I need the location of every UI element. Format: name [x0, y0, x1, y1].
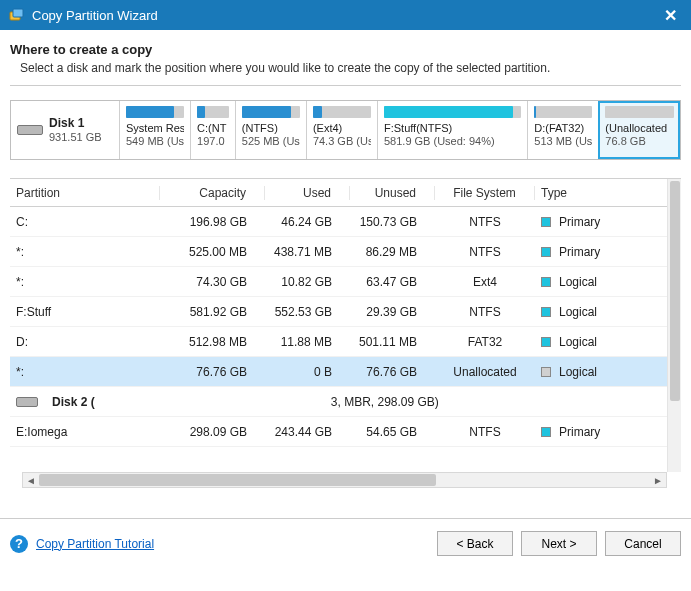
disk-name: Disk 1 — [49, 116, 102, 130]
cell-type: Primary — [535, 245, 655, 259]
cell-used: 10.82 GB — [265, 275, 350, 289]
cell-capacity: 76.76 GB — [160, 365, 265, 379]
disk-segment[interactable]: System Rese 549 MB (Use — [119, 101, 190, 159]
window-title: Copy Partition Wizard — [32, 8, 658, 23]
segment-sub: 525 MB (Use — [242, 135, 300, 147]
table-row[interactable]: *: 74.30 GB 10.82 GB 63.47 GB Ext4 Logic… — [10, 267, 667, 297]
footer: ? Copy Partition Tutorial < Back Next > … — [0, 518, 691, 566]
help-link[interactable]: Copy Partition Tutorial — [36, 537, 154, 551]
grid-header[interactable]: Partition Capacity Used Unused File Syst… — [10, 179, 667, 207]
cell-capacity: 525.00 MB — [160, 245, 265, 259]
cell-partition: F:Stuff — [10, 305, 160, 319]
disk-info[interactable]: Disk 1 931.51 GB — [11, 101, 119, 159]
col-type[interactable]: Type — [535, 186, 655, 200]
disk2-row[interactable]: Disk 2 ( 3, MBR, 298.09 GB) — [10, 387, 667, 417]
close-icon[interactable]: ✕ — [658, 6, 683, 25]
segment-label: D:(FAT32) — [534, 122, 592, 135]
table-row[interactable]: *: 76.76 GB 0 B 76.76 GB Unallocated Log… — [10, 357, 667, 387]
horizontal-scrollbar[interactable]: ◄ ► — [22, 472, 667, 488]
segment-sub: 549 MB (Use — [126, 135, 184, 147]
next-button[interactable]: Next > — [521, 531, 597, 556]
cell-capacity: 74.30 GB — [160, 275, 265, 289]
cancel-button[interactable]: Cancel — [605, 531, 681, 556]
cell-unused: 76.76 GB — [350, 365, 435, 379]
scroll-thumb[interactable] — [39, 474, 436, 486]
cell-capacity: 196.98 GB — [160, 215, 265, 229]
scroll-right-icon[interactable]: ► — [650, 475, 666, 486]
cell-used: 552.53 GB — [265, 305, 350, 319]
partition-grid: Partition Capacity Used Unused File Syst… — [10, 178, 681, 488]
cell-partition: *: — [10, 245, 160, 259]
cell-filesystem: Ext4 — [435, 275, 535, 289]
disk-segment[interactable]: (NTFS) 525 MB (Use — [235, 101, 306, 159]
cell-used: 11.88 MB — [265, 335, 350, 349]
cell-filesystem: FAT32 — [435, 335, 535, 349]
cell-used: 46.24 GB — [265, 215, 350, 229]
cell-unused: 501.11 MB — [350, 335, 435, 349]
cell-type: Primary — [535, 215, 655, 229]
disk-segment[interactable]: (Unallocated 76.8 GB — [598, 101, 680, 159]
disk-sub: 931.51 GB — [49, 130, 102, 144]
wizard-icon — [8, 6, 26, 24]
page-subheading: Select a disk and mark the position wher… — [10, 61, 681, 75]
cell-type: Logical — [535, 365, 655, 379]
segment-label: C:(NT — [197, 122, 229, 135]
col-unused[interactable]: Unused — [350, 186, 435, 200]
disk-icon — [17, 125, 43, 135]
cell-used: 0 B — [265, 365, 350, 379]
table-row[interactable]: D: 512.98 MB 11.88 MB 501.11 MB FAT32 Lo… — [10, 327, 667, 357]
scroll-left-icon[interactable]: ◄ — [23, 475, 39, 486]
segment-sub: 197.0 — [197, 135, 229, 147]
cell-filesystem: NTFS — [435, 425, 535, 439]
table-row[interactable]: *: 525.00 MB 438.71 MB 86.29 MB NTFS Pri… — [10, 237, 667, 267]
cell-filesystem: Unallocated — [435, 365, 535, 379]
cell-type: Logical — [535, 275, 655, 289]
disk-segment[interactable]: (Ext4) 74.3 GB (Use — [306, 101, 377, 159]
segment-label: F:Stuff(NTFS) — [384, 122, 521, 135]
cell-partition: D: — [10, 335, 160, 349]
disk2-name: Disk 2 ( — [52, 395, 95, 409]
cell-unused: 150.73 GB — [350, 215, 435, 229]
disk2-detail: 3, MBR, 298.09 GB) — [103, 395, 667, 409]
table-row[interactable]: E:Iomega 298.09 GB 243.44 GB 54.65 GB NT… — [10, 417, 667, 447]
segment-sub: 581.9 GB (Used: 94%) — [384, 135, 521, 147]
col-capacity[interactable]: Capacity — [160, 186, 265, 200]
segment-label: System Rese — [126, 122, 184, 135]
segment-sub: 513 MB (Use — [534, 135, 592, 147]
cell-filesystem: NTFS — [435, 245, 535, 259]
col-partition[interactable]: Partition — [10, 186, 160, 200]
cell-capacity: 512.98 MB — [160, 335, 265, 349]
cell-capacity: 581.92 GB — [160, 305, 265, 319]
divider — [10, 85, 681, 86]
col-filesystem[interactable]: File System — [435, 186, 535, 200]
disk-segment[interactable]: F:Stuff(NTFS) 581.9 GB (Used: 94%) — [377, 101, 527, 159]
titlebar: Copy Partition Wizard ✕ — [0, 0, 691, 30]
cell-used: 438.71 MB — [265, 245, 350, 259]
disk-segment[interactable]: C:(NT 197.0 — [190, 101, 235, 159]
cell-unused: 29.39 GB — [350, 305, 435, 319]
vertical-scrollbar[interactable] — [667, 179, 681, 472]
disk-map: Disk 1 931.51 GB System Rese 549 MB (Use… — [10, 100, 681, 160]
page-heading: Where to create a copy — [10, 42, 681, 57]
help-icon[interactable]: ? — [10, 535, 28, 553]
disk-segment[interactable]: D:(FAT32) 513 MB (Use — [527, 101, 598, 159]
cell-filesystem: NTFS — [435, 215, 535, 229]
cell-capacity: 298.09 GB — [160, 425, 265, 439]
cell-partition: *: — [10, 275, 160, 289]
col-used[interactable]: Used — [265, 186, 350, 200]
segment-label: (NTFS) — [242, 122, 300, 135]
cell-type: Logical — [535, 335, 655, 349]
svg-rect-1 — [13, 9, 23, 17]
cell-partition: C: — [10, 215, 160, 229]
table-row[interactable]: F:Stuff 581.92 GB 552.53 GB 29.39 GB NTF… — [10, 297, 667, 327]
disk-icon — [16, 397, 38, 407]
cell-partition: *: — [10, 365, 160, 379]
back-button[interactable]: < Back — [437, 531, 513, 556]
cell-unused: 54.65 GB — [350, 425, 435, 439]
cell-type: Primary — [535, 425, 655, 439]
table-row[interactable]: C: 196.98 GB 46.24 GB 150.73 GB NTFS Pri… — [10, 207, 667, 237]
cell-used: 243.44 GB — [265, 425, 350, 439]
cell-type: Logical — [535, 305, 655, 319]
cell-unused: 86.29 MB — [350, 245, 435, 259]
segment-label: (Ext4) — [313, 122, 371, 135]
